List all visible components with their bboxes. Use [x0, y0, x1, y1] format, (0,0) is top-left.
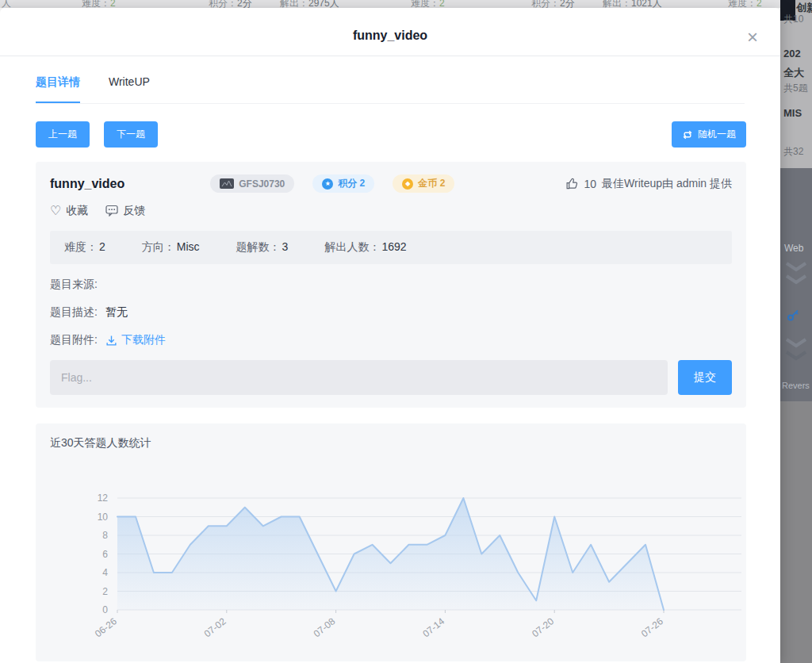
sidebar-dimmed-area — [780, 401, 812, 663]
sidebar-label: 202 — [783, 48, 801, 59]
flag-submit-row: 提交 — [50, 360, 732, 395]
shuffle-icon — [682, 129, 693, 140]
bg-text: 人 — [2, 0, 11, 8]
coins-badge: ◆ 金币 2 — [393, 174, 454, 193]
chevron-down-icon — [785, 338, 807, 348]
chevron-down-icon — [785, 351, 807, 361]
svg-text:07-26: 07-26 — [639, 615, 665, 639]
source-row: 题目来源: — [50, 278, 732, 292]
svg-text:8: 8 — [102, 530, 108, 541]
source-label: 题目来源: — [50, 278, 98, 292]
feedback-button[interactable]: 反馈 — [105, 204, 145, 218]
svg-text:06-26: 06-26 — [93, 615, 119, 639]
best-writeup-text: 最佳Writeup由 admin 提供 — [602, 177, 732, 191]
challenge-title-row: funny_video GFSJ0730 ★ 积分 2 ◆ — [50, 174, 732, 193]
coins-label: 金币 2 — [418, 177, 445, 190]
next-challenge-button[interactable]: 下一题 — [104, 121, 158, 148]
description-value: 暂无 — [105, 305, 128, 320]
navigation-toolbar: 上一题 下一题 随机一题 — [36, 121, 746, 148]
difficulty-stat: 难度：2 — [64, 240, 105, 255]
answers-trend-chart: 02468101206-2607-0207-0807-1407-2007-26 — [50, 462, 748, 644]
favorite-button[interactable]: ♡ 收藏 — [50, 203, 88, 218]
submit-flag-button[interactable]: 提交 — [678, 360, 732, 395]
statistics-card: 近30天答题人数统计 02468101206-2607-0207-0807-14… — [36, 423, 746, 661]
bg-difficulty: 难度：2 — [728, 0, 762, 8]
description-row: 题目描述: 暂无 — [50, 305, 732, 320]
feedback-bubble-icon — [105, 205, 118, 217]
emblem-icon — [220, 178, 234, 189]
download-attachment-label: 下载附件 — [121, 333, 166, 347]
attachment-label: 题目附件: — [50, 333, 98, 347]
solvers-stat: 解出人数：1692 — [324, 240, 406, 255]
category-web-label: Web — [784, 243, 803, 254]
challenge-name: funny_video — [50, 177, 124, 191]
heart-icon: ♡ — [50, 203, 61, 218]
bg-solved: 解出：1021人 — [603, 0, 662, 8]
points-badge: ★ 积分 2 — [312, 174, 374, 193]
sidebar-count: 共10 — [783, 13, 803, 26]
svg-text:12: 12 — [98, 492, 109, 504]
points-icon: ★ — [322, 178, 333, 190]
sidebar-count: 共32 — [783, 145, 803, 159]
prev-challenge-button[interactable]: 上一题 — [36, 121, 90, 148]
bg-difficulty: 难度：2 — [82, 0, 116, 8]
points-label: 积分 2 — [338, 177, 365, 190]
modal-body: 上一题 下一题 随机一题 funny_video — [0, 104, 780, 661]
svg-text:0: 0 — [102, 604, 108, 615]
svg-text:2: 2 — [102, 586, 108, 597]
svg-text:07-02: 07-02 — [202, 615, 228, 639]
bg-difficulty: 难度：2 — [411, 0, 445, 8]
challenge-detail-card: funny_video GFSJ0730 ★ 积分 2 ◆ — [36, 162, 746, 408]
svg-text:10: 10 — [98, 512, 109, 523]
sidebar-top-section: 创新 共10 202 全大 共5题 MIS 共32 — [780, 0, 812, 168]
svg-text:07-08: 07-08 — [312, 615, 338, 639]
challenge-info-bar: 难度：2 方向：Misc 题解数：3 解出人数：1692 — [50, 231, 732, 264]
chart-container: 02468101206-2607-0207-0807-1407-2007-26 — [50, 462, 732, 647]
chevron-down-icon — [785, 262, 807, 272]
svg-text:4: 4 — [102, 567, 108, 578]
background-sidebar: 创新 共10 202 全大 共5题 MIS 共32 Web Revers — [780, 0, 812, 663]
tab-bar: 题目详情 WriteUP — [36, 56, 745, 104]
download-attachment-link[interactable]: 下载附件 — [105, 333, 166, 347]
bg-solved: 解出：2975人 — [280, 0, 339, 8]
description-label: 题目描述: — [50, 305, 98, 320]
download-icon — [105, 335, 117, 347]
category-reverse-label: Revers — [782, 381, 810, 390]
sidebar-count: 共5题 — [783, 82, 808, 95]
svg-text:07-14: 07-14 — [420, 615, 446, 639]
action-row: ♡ 收藏 反馈 — [50, 203, 732, 218]
feedback-label: 反馈 — [123, 204, 145, 218]
challenge-code-badge: GFSJ0730 — [210, 174, 294, 193]
badge-group: GFSJ0730 ★ 积分 2 ◆ 金币 2 — [210, 174, 454, 193]
close-icon[interactable]: × — [742, 27, 763, 48]
background-card-strip: 人 难度：2 积分：2分 解出：2975人 难度：2 积分：2分 解出：1021… — [0, 0, 780, 8]
likes-count: 10 — [584, 178, 597, 190]
challenge-modal: funny_video × 题目详情 WriteUP 上一题 下一题 随机一题 … — [0, 8, 780, 663]
bg-points: 积分：2分 — [531, 0, 575, 8]
sidebar-label: 全大 — [783, 66, 804, 80]
best-writeup-meta: 10 最佳Writeup由 admin 提供 — [565, 177, 732, 191]
writeups-stat: 题解数：3 — [236, 240, 289, 255]
sidebar-label: MIS — [783, 107, 802, 119]
chart-section-title: 近30天答题人数统计 — [50, 436, 732, 450]
tab-writeup[interactable]: WriteUP — [109, 71, 150, 103]
svg-text:07-20: 07-20 — [530, 615, 556, 639]
modal-header: funny_video × — [0, 8, 780, 56]
coin-icon: ◆ — [402, 178, 413, 190]
random-challenge-button[interactable]: 随机一题 — [672, 121, 746, 148]
sidebar-category-banner: Web Revers — [780, 168, 812, 401]
flag-input[interactable] — [50, 360, 668, 395]
svg-text:6: 6 — [102, 549, 108, 560]
random-challenge-label: 随机一题 — [698, 128, 736, 141]
chevron-down-icon — [785, 274, 807, 285]
tab-challenge-details[interactable]: 题目详情 — [36, 71, 80, 103]
attachment-row: 题目附件: 下载附件 — [50, 333, 732, 347]
bg-points: 积分：2分 — [209, 0, 252, 8]
modal-title: funny_video — [0, 8, 780, 43]
challenge-code: GFSJ0730 — [239, 178, 285, 190]
favorite-label: 收藏 — [66, 204, 88, 218]
direction-stat: 方向：Misc — [142, 240, 200, 255]
thumbs-up-icon — [565, 177, 579, 190]
key-icon — [787, 308, 801, 322]
